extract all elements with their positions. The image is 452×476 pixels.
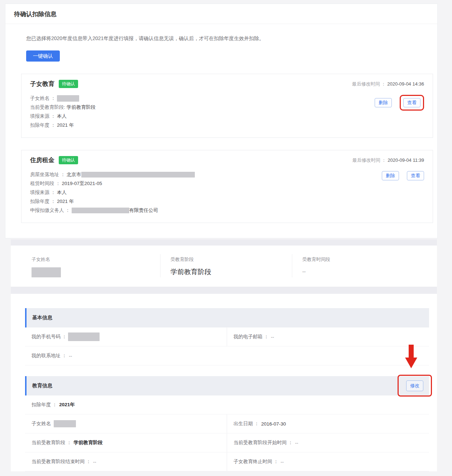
- pending-deduction-panel: 待确认扣除信息 您已选择将2020年度信息带入2021年度进行填报，请确认信息无…: [5, 4, 438, 238]
- row-contact-address: 我的联系地址 ： --: [25, 346, 429, 365]
- field-my-phone: 我的手机号码 ：: [25, 327, 227, 346]
- summary-child-name: 子女姓名: [11, 254, 160, 277]
- field-my-address: 我的联系地址 ： --: [25, 353, 72, 359]
- field-my-email: 我的电子邮箱 ： --: [227, 327, 429, 346]
- field-withholding-agent: 申报扣缴义务人 ： 有限责任公司: [30, 206, 424, 215]
- last-modified-label: 最后修改时间 ：: [352, 81, 386, 87]
- last-modified: 最后修改时间 ：2020-09-04 11:39: [352, 157, 424, 164]
- field-stage-start-time: 当前受教育阶段开始时间 ： --: [227, 433, 429, 452]
- field-stage-end-time: 当前受教育阶段结束时间 ： --: [25, 452, 227, 471]
- field-rent-period: 租赁时间段 ： 2019-07至2021-05: [30, 179, 424, 188]
- field-education-terminate-time: 子女教育终止时间 ： --: [227, 452, 429, 471]
- card-title: 住房租金: [30, 156, 54, 164]
- summary-education-period: 受教育时间段 --: [292, 254, 437, 277]
- view-button[interactable]: 查看: [403, 98, 420, 107]
- child-summary-card: 子女姓名 受教育阶段 学前教育阶段 受教育时间段 --: [11, 246, 437, 287]
- panel-body: 您已选择将2020年度信息带入2021年度进行填报，请确认信息无误，确认后，才可…: [5, 24, 437, 238]
- deduction-card-housing-rent: 住房租金 待确认 最后修改时间 ：2020-09-04 11:39 房屋坐落地址…: [21, 150, 433, 223]
- view-button[interactable]: 查看: [407, 171, 424, 180]
- detail-card: 基本信息 我的手机号码 ： 我的电子邮箱 ： -- 我的联系地址 ： --: [11, 294, 437, 471]
- section-education-info: 教育信息 修改: [25, 376, 429, 395]
- section-basic-info: 基本信息: [25, 308, 429, 327]
- redacted-value: [32, 267, 61, 277]
- last-modified: 最后修改时间 ：2020-09-04 14:36: [352, 81, 424, 87]
- row-deduction-year: 扣除年度 ： 2021年: [25, 395, 429, 414]
- field-child-name: 子女姓名: [25, 414, 227, 433]
- redacted-value: [81, 172, 195, 178]
- redacted-value: [54, 420, 76, 427]
- page-title: 待确认扣除信息: [5, 4, 437, 24]
- field-current-stage: 当前受教育阶段 ： 学前教育阶段: [25, 433, 227, 452]
- field-deduction-year: 扣除年度 ： 2021 年: [30, 197, 424, 206]
- row-name-birth: 子女姓名 出生日期 ： 2016-07-30: [25, 414, 429, 433]
- field-education-stage: 当前受教育阶段: 学前教育阶段: [30, 103, 424, 112]
- last-modified-label: 最后修改时间 ：: [352, 157, 386, 163]
- notice-text: 您已选择将2020年度信息带入2021年度进行填报，请确认信息无误，确认后，才可…: [26, 35, 433, 42]
- row-stage: 当前受教育阶段 ： 学前教育阶段 当前受教育阶段开始时间 ： --: [25, 433, 429, 452]
- redacted-value: [72, 208, 129, 213]
- confirm-all-button[interactable]: 一键确认: [26, 50, 60, 62]
- last-modified-time: 2020-09-04 11:39: [388, 157, 424, 163]
- field-deduction-year: 扣除年度 ： 2021 年: [30, 121, 424, 130]
- field-birth-date: 出生日期 ： 2016-07-30: [227, 414, 429, 433]
- last-modified-time: 2020-09-04 14:36: [387, 81, 424, 87]
- annotation-arrow-icon: [405, 345, 417, 368]
- modify-button[interactable]: 修改: [406, 380, 423, 391]
- field-deduction-year: 扣除年度 ： 2021年: [25, 402, 75, 408]
- card-title: 子女教育: [30, 80, 54, 88]
- status-badge: 待确认: [59, 80, 78, 88]
- row-phone-email: 我的手机号码 ： 我的电子邮箱 ： --: [25, 327, 429, 346]
- field-source: 填报来源 ： 本人: [30, 112, 424, 121]
- deduction-card-child-education: 子女教育 待确认 最后修改时间 ：2020-09-04 14:36 子女姓名 ：…: [21, 74, 433, 138]
- redacted-value: [68, 332, 100, 341]
- row-stage-end: 当前受教育阶段结束时间 ： -- 子女教育终止时间 ： --: [25, 452, 429, 471]
- redacted-value: [57, 95, 79, 102]
- status-badge: 待确认: [59, 156, 78, 164]
- section-title: 基本信息: [32, 315, 52, 321]
- annotation-highlight-view: 查看: [400, 95, 424, 111]
- summary-education-stage: 受教育阶段 学前教育阶段: [160, 254, 292, 277]
- delete-button[interactable]: 删除: [375, 98, 392, 107]
- field-house-address: 房屋坐落地址 ： 北京市: [30, 170, 424, 179]
- delete-button[interactable]: 删除: [382, 171, 399, 180]
- field-source: 填报来源 ： 本人: [30, 188, 424, 197]
- annotation-highlight-modify: 修改: [398, 375, 432, 397]
- field-child-name: 子女姓名 ：: [30, 94, 424, 103]
- section-title: 教育信息: [32, 383, 52, 389]
- detail-area: 子女姓名 受教育阶段 学前教育阶段 受教育时间段 -- 基本信息 我的手机号码 …: [11, 239, 437, 471]
